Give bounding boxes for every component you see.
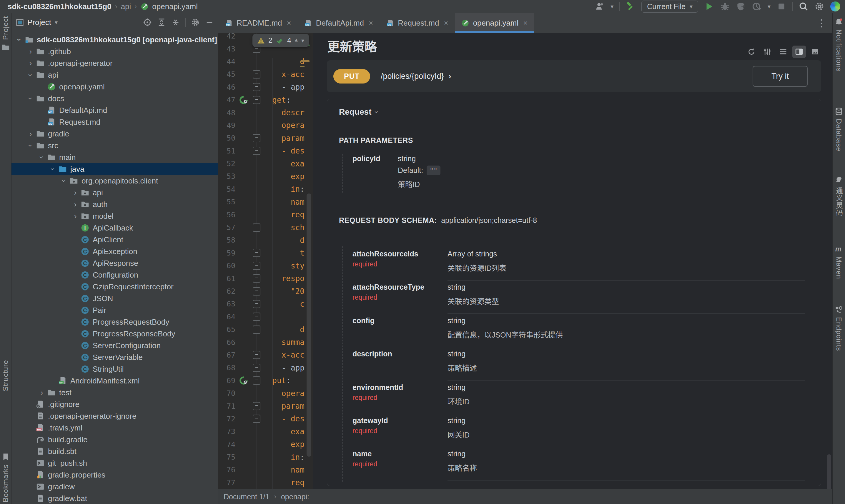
debug-button[interactable] <box>720 1 730 12</box>
fold-marker-icon[interactable]: − <box>250 147 263 155</box>
tool-button-database[interactable]: Database <box>833 107 845 151</box>
fold-marker-icon[interactable]: − <box>250 249 263 257</box>
tree-item[interactable]: build.sbt <box>12 446 218 457</box>
tree-item[interactable]: CApiException <box>12 246 218 257</box>
code-line[interactable]: 59− t <box>218 247 313 259</box>
stop-button[interactable] <box>776 1 787 12</box>
tree-item[interactable]: gradle.properties <box>12 469 218 481</box>
fold-marker-icon[interactable]: − <box>250 83 263 91</box>
code-line[interactable]: 57− sch <box>218 221 313 234</box>
code-line[interactable]: 49 opera <box>218 119 313 132</box>
tab-Request.md[interactable]: MDRequest.md× <box>380 13 455 33</box>
tree-item[interactable]: ›model <box>12 210 218 222</box>
editor-scrollbar[interactable] <box>306 194 311 457</box>
fold-marker-icon[interactable]: − <box>250 312 263 321</box>
code-line[interactable]: 67− x-acc <box>218 349 313 361</box>
tree-item[interactable]: ›java <box>12 163 218 175</box>
fold-marker-icon[interactable]: − <box>250 274 263 283</box>
tree-item[interactable]: gradlew.bat <box>12 492 218 504</box>
fold-marker-icon[interactable]: − <box>250 415 263 423</box>
tree-chevron-icon[interactable]: › <box>25 142 36 149</box>
tree-chevron-icon[interactable]: › <box>25 48 36 55</box>
tree-item[interactable]: ›main <box>12 151 218 163</box>
code-line[interactable]: 47− get: <box>218 93 313 106</box>
code-line[interactable]: 52 exa <box>218 157 313 170</box>
tree-chevron-icon[interactable]: › <box>25 130 36 138</box>
code-line[interactable]: 61− respo <box>218 272 313 285</box>
code-line[interactable]: 68− - app <box>218 361 313 374</box>
tree-item[interactable]: MDRequest.md <box>12 116 218 128</box>
code-line[interactable]: 73 exa <box>218 425 313 438</box>
run-button[interactable] <box>704 1 714 12</box>
tree-chevron-icon[interactable]: › <box>37 389 47 396</box>
code-line[interactable]: 66 summa <box>218 336 313 348</box>
api-endpoint-icon[interactable] <box>237 376 250 384</box>
tree-item[interactable]: ›.github <box>12 46 218 57</box>
image-view-icon[interactable] <box>808 46 822 58</box>
code-line[interactable]: 44 d <box>218 55 313 68</box>
tree-item[interactable]: .openapi-generator-ignore <box>12 410 218 422</box>
prev-issue-icon[interactable]: ▾ <box>295 37 298 44</box>
tree-chevron-icon[interactable]: › <box>14 36 24 43</box>
tree-chevron-icon[interactable]: › <box>59 177 69 185</box>
tree-item[interactable]: ›src <box>12 140 218 151</box>
try-it-button[interactable]: Try it <box>753 66 808 87</box>
code-line[interactable]: 65− d <box>218 323 313 336</box>
tree-item[interactable]: YML.travis.yml <box>12 422 218 434</box>
close-icon[interactable]: × <box>369 19 373 28</box>
tree-item[interactable]: MFAndroidManifest.xml <box>12 375 218 387</box>
fold-marker-icon[interactable]: − <box>250 376 263 384</box>
code-line[interactable]: 55 nam <box>218 196 313 208</box>
tree-item[interactable]: CConfiguration <box>12 269 218 281</box>
code-line[interactable]: 77 req <box>218 476 313 489</box>
tree-item[interactable]: ›org.openapitools.client <box>12 175 218 187</box>
fold-marker-icon[interactable]: − <box>250 70 263 78</box>
document-indicator[interactable]: Document 1/1 <box>224 492 269 501</box>
tree-chevron-icon[interactable]: › <box>25 95 36 102</box>
fold-marker-icon[interactable]: − <box>250 262 263 270</box>
tab-DefaultApi.md[interactable]: MDDefaultApi.md× <box>298 13 380 33</box>
preview-scrollbar[interactable] <box>827 454 831 489</box>
tree-item[interactable]: ›docs <box>12 93 218 104</box>
fold-marker-icon[interactable]: − <box>250 134 263 142</box>
tree-item[interactable]: ›auth <box>12 198 218 210</box>
tree-item[interactable]: CProgressRequestBody <box>12 316 218 328</box>
close-icon[interactable]: × <box>523 19 528 28</box>
code-editor[interactable]: 4243−44 d45− x-acc46− - app47− get:48 de… <box>218 33 313 489</box>
fold-marker-icon[interactable]: − <box>250 96 263 104</box>
endpoint-card[interactable]: PUT /policies/{policyId} › Try it <box>327 60 821 92</box>
breadcrumb[interactable]: sdk-cu08326m1hkokaut15g0 › api › openapi… <box>0 2 198 11</box>
tree-item[interactable]: ›sdk-cu08326m1hkokaut15g0 [openapi-java-… <box>12 34 218 46</box>
tree-item[interactable]: build.gradle <box>12 434 218 446</box>
tree-item[interactable]: CProgressResponseBody <box>12 328 218 340</box>
tree-item[interactable]: ›gradle <box>12 128 218 140</box>
tool-button-project[interactable]: Project <box>0 16 11 52</box>
code-line[interactable]: 69− put: <box>218 374 313 387</box>
code-line[interactable]: 51− - des <box>218 145 313 157</box>
tree-item[interactable]: .gitignore <box>12 398 218 410</box>
fold-marker-icon[interactable]: − <box>250 300 263 308</box>
code-line[interactable]: 70 opera <box>218 387 313 400</box>
tree-chevron-icon[interactable]: › <box>70 200 80 208</box>
tree-item[interactable]: openapi.yaml <box>12 81 218 93</box>
code-line[interactable]: 60− sty <box>218 259 313 272</box>
hide-panel-icon[interactable] <box>205 18 214 27</box>
tree-item[interactable]: IApiCallback <box>12 222 218 234</box>
code-line[interactable]: 56 req <box>218 208 313 221</box>
code-line[interactable]: 63− c <box>218 298 313 310</box>
code-line[interactable]: 58 d <box>218 234 313 247</box>
tool-button-endpoints[interactable]: Endpoints <box>833 305 845 351</box>
yaml-node-crumb[interactable]: openapi: <box>281 492 309 501</box>
fold-marker-icon[interactable]: − <box>250 364 263 372</box>
tree-item[interactable]: ›api <box>12 69 218 81</box>
tree-item[interactable]: ›api <box>12 187 218 198</box>
build-hammer-icon[interactable] <box>626 1 635 12</box>
tree-chevron-icon[interactable]: › <box>37 154 47 161</box>
code-line[interactable]: 48 descr <box>218 106 313 119</box>
code-line[interactable]: 76 nam <box>218 464 313 476</box>
tree-item[interactable]: CServerVariable <box>12 352 218 363</box>
fold-marker-icon[interactable]: − <box>250 223 263 232</box>
tool-button-maven[interactable]: mMaven <box>833 245 845 279</box>
tree-item[interactable]: CJSON <box>12 292 218 304</box>
locate-file-icon[interactable] <box>143 18 152 27</box>
